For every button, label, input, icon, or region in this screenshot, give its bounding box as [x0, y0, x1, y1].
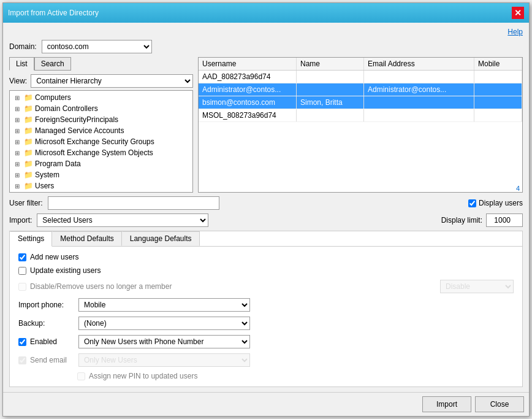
tab-spacer: [200, 231, 523, 247]
folder-icon: 📁: [23, 104, 33, 113]
grid-cell-email: [364, 96, 474, 109]
settings-tab-language[interactable]: Language Defaults: [122, 231, 200, 246]
add-new-users-checkbox[interactable]: [18, 253, 26, 261]
enabled-checkbox[interactable]: [18, 338, 26, 346]
assign-pin-checkbox[interactable]: [77, 372, 85, 380]
domain-select[interactable]: contoso.com: [42, 40, 152, 53]
dialog-title: Import from Active Directory: [8, 9, 99, 17]
expand-icon: ⊞: [12, 93, 22, 102]
grid-row-admin[interactable]: Administrator@contos... Administrator@co…: [199, 83, 522, 96]
grid-cell-username: AAD_808273a96d74: [199, 71, 297, 83]
add-new-users-row: Add new users: [18, 253, 514, 261]
expand-icon: ⊞: [12, 115, 22, 125]
grid-cell-name: [297, 109, 364, 121]
tree-item-msa[interactable]: ⊞ 📁 Managed Service Accounts: [11, 125, 191, 136]
display-limit-label: Display limit:: [441, 216, 482, 225]
expand-icon: ⊞: [12, 126, 22, 136]
display-users-row: Display users: [468, 199, 523, 207]
grid-num-badge: 4: [199, 185, 522, 192]
filter-label: User filter:: [9, 199, 43, 207]
import-dialog: Import from Active Directory ✕ Help Doma…: [2, 2, 530, 417]
display-limit-input[interactable]: [486, 213, 523, 227]
grid-cell-email: [364, 109, 474, 121]
close-button[interactable]: ✕: [512, 7, 524, 19]
tree-container: ⊞ 📁 Computers ⊞ 📁 Domain Controllers ⊞ 📁: [9, 90, 193, 193]
grid-row-bsimon[interactable]: bsimon@contoso.com Simon, Britta: [199, 96, 522, 109]
grid-empty-space: [199, 122, 522, 185]
grid-row-aad[interactable]: AAD_808273a96d74: [199, 71, 522, 83]
tree-item-label: ForeignSecurityPrincipals: [35, 115, 118, 124]
disable-remove-checkbox[interactable]: [18, 283, 26, 291]
view-select[interactable]: Container Hierarchy: [31, 74, 193, 88]
tab-search[interactable]: Search: [34, 57, 71, 71]
grid-cell-username: Administrator@contos...: [199, 83, 297, 96]
tree-item-label: System: [35, 171, 59, 179]
backup-select[interactable]: (None) Office Home: [78, 317, 250, 330]
send-email-checkbox[interactable]: [18, 356, 26, 364]
enabled-select[interactable]: Only New Users with Phone Number All New…: [78, 335, 250, 348]
settings-tabs: Settings Method Defaults Language Defaul…: [10, 231, 522, 247]
folder-icon: 📁: [23, 137, 33, 147]
folder-icon: 📁: [23, 115, 33, 125]
grid-cell-email: Administrator@contos...: [364, 83, 474, 96]
tree-item-system[interactable]: ⊞ 📁 System: [11, 169, 191, 180]
backup-row: Backup: (None) Office Home: [18, 317, 514, 330]
domain-label: Domain:: [9, 42, 37, 51]
tree-item-label: Managed Service Accounts: [35, 126, 124, 135]
settings-content: Add new users Update existing users Disa…: [10, 247, 522, 386]
dialog-body: Help Domain: contoso.com List Search Vie…: [3, 23, 529, 392]
send-email-select[interactable]: Only New Users All Users: [78, 353, 250, 367]
settings-panel: Settings Method Defaults Language Defaul…: [9, 231, 523, 387]
expand-icon: ⊞: [12, 159, 22, 169]
grid-cell-mobile: [474, 109, 522, 121]
add-new-users-label: Add new users: [30, 253, 78, 261]
assign-pin-row: Assign new PIN to updated users: [18, 372, 514, 380]
assign-pin-label: Assign new PIN to updated users: [89, 372, 197, 380]
view-label: View:: [9, 77, 27, 85]
import-button[interactable]: Import: [422, 396, 471, 412]
display-users-label: Display users: [479, 199, 523, 207]
grid-row-msol[interactable]: MSOL_808273a96d74: [199, 109, 522, 122]
filter-input[interactable]: [48, 196, 219, 210]
col-header-username: Username: [199, 58, 297, 70]
tree-item-label: Microsoft Exchange Security Groups: [35, 137, 154, 146]
tree-item-fsp[interactable]: ⊞ 📁 ForeignSecurityPrincipals: [11, 114, 191, 125]
left-panel: List Search View: Container Hierarchy ⊞ …: [9, 57, 193, 193]
tree-item-dc[interactable]: ⊞ 📁 Domain Controllers: [11, 103, 191, 114]
tree-item-mesg[interactable]: ⊞ 📁 Microsoft Exchange Security Groups: [11, 136, 191, 147]
send-email-label: Send email: [30, 356, 67, 364]
col-header-name: Name: [297, 58, 364, 70]
col-header-mobile: Mobile: [474, 58, 522, 70]
settings-tab-method[interactable]: Method Defaults: [52, 231, 121, 246]
main-area: List Search View: Container Hierarchy ⊞ …: [9, 57, 523, 193]
tree-item-users[interactable]: ⊞ 📁 Users: [11, 180, 191, 191]
display-limit-row: Display limit:: [441, 213, 523, 227]
send-email-row: Send email Only New Users All Users: [18, 353, 514, 367]
tree-item-computers[interactable]: ⊞ 📁 Computers: [11, 92, 191, 103]
tab-bar: List Search: [9, 57, 193, 71]
help-link-row: Help: [9, 28, 523, 36]
enabled-row: Enabled Only New Users with Phone Number…: [18, 335, 514, 348]
folder-icon: 📁: [23, 126, 33, 136]
expand-icon: ⊞: [12, 181, 22, 191]
import-select[interactable]: Selected Users All Users All Users in Gr…: [37, 213, 208, 227]
tree-item-meso[interactable]: ⊞ 📁 Microsoft Exchange System Objects: [11, 147, 191, 158]
tree-item-progdata[interactable]: ⊞ 📁 Program Data: [11, 158, 191, 169]
update-existing-checkbox[interactable]: [18, 267, 26, 275]
grid-cell-username: MSOL_808273a96d74: [199, 109, 297, 121]
folder-icon: 📁: [23, 93, 33, 102]
tab-list[interactable]: List: [9, 57, 34, 71]
settings-tab-settings[interactable]: Settings: [10, 231, 52, 247]
tree-item-label: Users: [35, 182, 54, 190]
grid-cell-name: [297, 71, 364, 83]
right-panel: Username Name Email Address Mobile AAD_8…: [198, 57, 523, 193]
display-users-checkbox[interactable]: [468, 199, 476, 207]
grid-header: Username Name Email Address Mobile: [199, 58, 522, 71]
import-label: Import:: [9, 216, 32, 225]
grid-cell-name: [297, 83, 364, 96]
import-phone-select[interactable]: Mobile Office Home: [78, 298, 250, 312]
grid-cell-mobile: [474, 83, 522, 96]
close-dialog-button[interactable]: Close: [475, 396, 524, 412]
help-link[interactable]: Help: [507, 28, 523, 36]
disable-remove-select[interactable]: Disable: [440, 280, 514, 293]
